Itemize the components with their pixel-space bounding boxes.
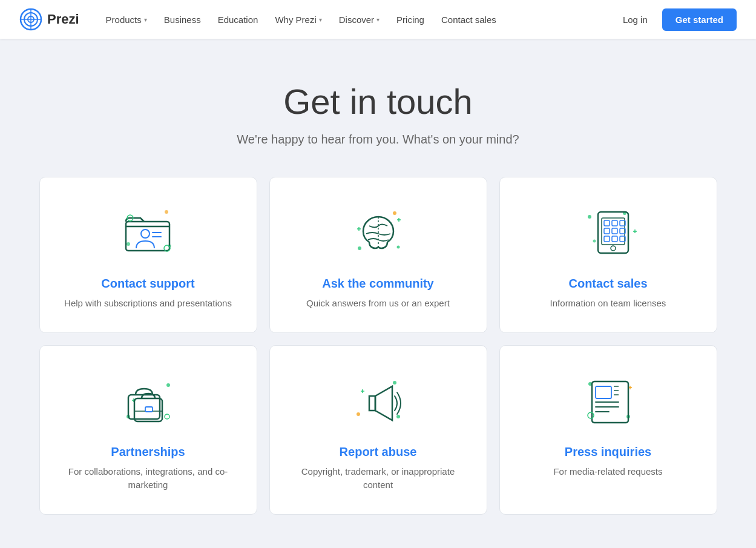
card-press-inquiries-title: Press inquiries — [565, 445, 651, 459]
svg-rect-58 — [596, 386, 611, 398]
svg-point-50 — [357, 412, 360, 416]
hero-title: Get in touch — [12, 81, 744, 122]
svg-rect-24 — [602, 218, 625, 245]
ask-community-icon — [342, 202, 415, 262]
svg-point-22 — [588, 215, 591, 219]
login-button[interactable]: Log in — [616, 11, 655, 28]
card-contact-support[interactable]: Contact support Help with subscriptions … — [39, 177, 257, 333]
report-abuse-icon — [342, 370, 415, 431]
nav-item-pricing[interactable]: Pricing — [389, 11, 432, 28]
card-ask-community[interactable]: Ask the community Quick answers from us … — [269, 177, 487, 333]
svg-point-40 — [166, 383, 170, 387]
nav-item-discover[interactable]: Discover ▾ — [332, 11, 387, 28]
get-started-button[interactable]: Get started — [662, 8, 737, 31]
svg-point-6 — [127, 242, 130, 246]
card-ask-community-desc: Quick answers from us or an expert — [306, 297, 450, 311]
svg-point-35 — [593, 240, 596, 243]
svg-rect-32 — [612, 236, 617, 242]
hero-subtitle: We're happy to hear from you. What's on … — [12, 133, 744, 147]
card-partnerships[interactable]: Partnerships For collaborations, integra… — [39, 345, 257, 515]
nav-item-business[interactable]: Business — [157, 11, 208, 28]
svg-point-14 — [393, 211, 396, 215]
svg-point-5 — [165, 210, 168, 214]
logo-text: Prezi — [47, 12, 79, 27]
svg-point-16 — [396, 246, 399, 249]
svg-rect-31 — [604, 236, 610, 242]
card-report-abuse[interactable]: Report abuse Copyright, trademark, or in… — [269, 345, 487, 515]
nav-right: Log in Get started — [616, 8, 737, 31]
card-contact-support-desc: Help with subscriptions and presentation… — [64, 297, 232, 311]
svg-point-9 — [141, 229, 150, 238]
svg-point-38 — [165, 414, 169, 419]
card-ask-community-title: Ask the community — [322, 277, 433, 291]
svg-rect-44 — [134, 398, 162, 421]
nav-item-education[interactable]: Education — [211, 11, 266, 28]
chevron-down-icon: ▾ — [376, 16, 380, 23]
card-partnerships-desc: For collaborations, integrations, and co… — [58, 465, 238, 492]
svg-rect-45 — [145, 407, 153, 412]
svg-point-15 — [358, 246, 361, 250]
svg-rect-29 — [612, 228, 617, 234]
card-contact-sales-desc: Information on team licenses — [550, 297, 666, 311]
contact-sales-icon — [572, 202, 645, 262]
contact-support-icon — [112, 202, 185, 262]
svg-point-65 — [588, 412, 594, 418]
logo[interactable]: Prezi — [19, 8, 79, 31]
card-partnerships-title: Partnerships — [111, 445, 185, 459]
nav-item-contact-sales[interactable]: Contact sales — [434, 11, 504, 28]
card-report-abuse-desc: Copyright, trademark, or inappropriate c… — [288, 465, 468, 492]
svg-point-49 — [396, 415, 400, 418]
hero-section: Get in touch We're happy to hear from yo… — [0, 39, 756, 177]
logo-icon — [19, 8, 42, 31]
partnerships-icon — [112, 370, 185, 431]
card-press-inquiries-desc: For media-related requests — [553, 465, 662, 479]
navbar: Prezi Products ▾ Business Education Why … — [0, 0, 756, 39]
card-contact-sales-title: Contact sales — [568, 277, 647, 291]
cards-grid: Contact support Help with subscriptions … — [39, 177, 717, 515]
svg-point-34 — [611, 246, 616, 251]
press-inquiries-icon — [572, 370, 645, 431]
nav-links: Products ▾ Business Education Why Prezi … — [99, 11, 616, 28]
card-contact-support-title: Contact support — [101, 277, 194, 291]
card-contact-sales[interactable]: Contact sales Information on team licens… — [499, 177, 717, 333]
card-report-abuse-title: Report abuse — [340, 445, 417, 459]
card-press-inquiries[interactable]: Press inquiries For media-related reques… — [499, 345, 717, 515]
svg-rect-25 — [604, 220, 610, 226]
svg-rect-26 — [612, 220, 617, 226]
nav-item-products[interactable]: Products ▾ — [99, 11, 154, 28]
chevron-down-icon: ▾ — [144, 16, 147, 23]
nav-item-why-prezi[interactable]: Why Prezi ▾ — [268, 11, 329, 28]
svg-rect-28 — [604, 228, 610, 234]
chevron-down-icon: ▾ — [319, 16, 322, 23]
cards-section: Contact support Help with subscriptions … — [21, 177, 735, 548]
svg-point-48 — [393, 381, 396, 385]
